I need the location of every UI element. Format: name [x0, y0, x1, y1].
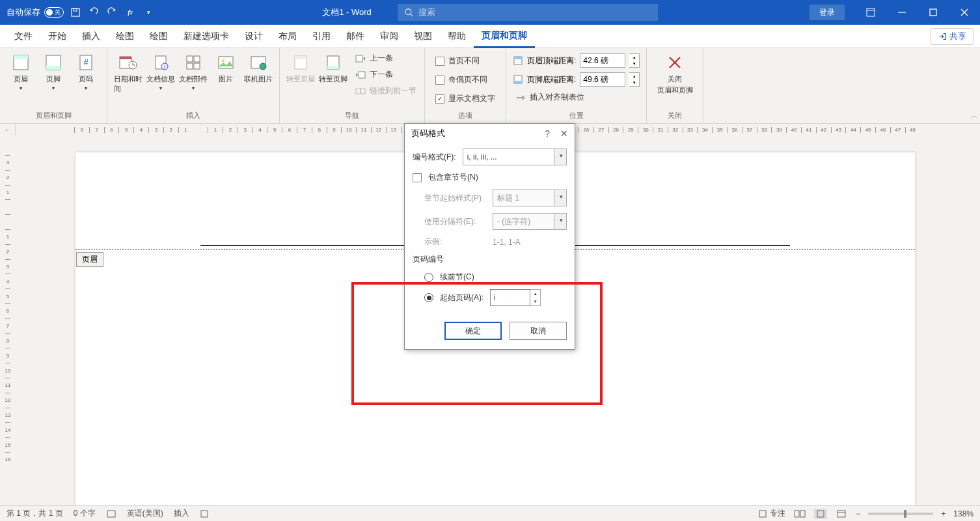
include-chapter-checkbox[interactable]: 包含章节号(N)	[413, 172, 567, 183]
tab-draw2[interactable]: 绘图	[142, 25, 176, 48]
header-top-icon	[513, 55, 523, 66]
spinner[interactable]: ▲▼	[530, 289, 541, 306]
svg-rect-51	[800, 511, 805, 517]
tab-mail[interactable]: 邮件	[338, 25, 372, 48]
doc-parts-button[interactable]: 文档部件▾	[178, 51, 209, 92]
help-icon[interactable]: ?	[545, 128, 550, 139]
tab-view[interactable]: 视图	[406, 25, 440, 48]
start-at-radio[interactable]: 起始页码(A): ▲▼	[413, 289, 567, 306]
header-top-input[interactable]	[580, 53, 625, 68]
svg-text:i: i	[164, 64, 165, 70]
spinner[interactable]: ▲▼	[629, 53, 640, 68]
svg-rect-48	[201, 511, 208, 517]
start-at-input[interactable]	[490, 289, 530, 306]
tab-design[interactable]: 设计	[237, 25, 271, 48]
web-layout-icon[interactable]	[835, 509, 848, 519]
next-button[interactable]: 下一条	[353, 67, 419, 82]
footer-bottom-input[interactable]	[580, 72, 625, 87]
doc-info-button[interactable]: i文档信息▾	[145, 51, 176, 92]
tab-help[interactable]: 帮助	[440, 25, 474, 48]
tab-insert[interactable]: 插入	[74, 25, 108, 48]
show-doc-text-checkbox[interactable]: ✓显示文档文字	[433, 91, 498, 106]
ok-button[interactable]: 确定	[444, 322, 502, 340]
tab-file[interactable]: 文件	[7, 25, 40, 48]
previous-button[interactable]: 上一条	[353, 51, 419, 66]
online-picture-button[interactable]: 联机图片	[243, 51, 274, 85]
qat-more-icon[interactable]: ▾	[142, 6, 155, 19]
undo-icon[interactable]	[87, 6, 100, 19]
dialog-close-icon[interactable]: ✕	[560, 128, 568, 139]
login-button[interactable]: 登录	[810, 5, 845, 20]
dialog-titlebar[interactable]: 页码格式 ? ✕	[405, 124, 575, 143]
close-header-footer-button[interactable]: 关闭页眉和页脚	[652, 51, 698, 96]
svg-rect-17	[120, 57, 131, 59]
fx-icon[interactable]: fx	[124, 6, 137, 19]
autosave-toggle[interactable]: 自动保存 关	[7, 7, 64, 18]
zoom-level[interactable]: 138%	[953, 509, 973, 518]
ruler-corner: ⌐	[0, 124, 16, 135]
maximize-icon[interactable]	[918, 0, 949, 25]
svg-rect-38	[356, 89, 361, 94]
tab-icon	[515, 93, 526, 102]
spinner[interactable]: ▲▼	[629, 72, 640, 87]
example-label: 示例:	[424, 236, 486, 247]
tab-newtab[interactable]: 新建选项卡	[176, 25, 237, 48]
svg-rect-11	[14, 55, 28, 59]
minimize-icon[interactable]	[886, 0, 918, 25]
svg-rect-25	[194, 56, 200, 62]
tab-layout[interactable]: 布局	[271, 25, 305, 48]
insert-align-tab-button[interactable]: 插入对齐制表位	[513, 90, 640, 105]
footer-bottom-icon	[513, 74, 523, 85]
vertical-ruler[interactable]: 32112345678910111213141516	[0, 135, 16, 505]
page-number-section-label: 页码编号	[413, 254, 567, 265]
svg-point-29	[222, 59, 225, 62]
word-count[interactable]: 0 个字	[74, 508, 96, 519]
svg-rect-35	[327, 66, 339, 69]
chapter-style-select: 标题 1	[493, 190, 567, 206]
spell-check-icon[interactable]	[106, 509, 116, 518]
group-label: 插入	[113, 109, 274, 122]
svg-rect-36	[356, 55, 362, 62]
datetime-button[interactable]: 日期和时间	[113, 51, 144, 95]
page-number-button[interactable]: #页码▾	[70, 51, 102, 92]
read-mode-icon[interactable]	[793, 509, 806, 519]
svg-line-3	[410, 14, 413, 17]
separator-label: 使用分隔符(E):	[424, 216, 486, 227]
collapse-ribbon-icon[interactable]: ︿	[971, 111, 977, 120]
zoom-out-button[interactable]: −	[856, 509, 860, 518]
continue-radio[interactable]: 续前节(C)	[413, 272, 567, 283]
share-button[interactable]: 共享	[931, 28, 973, 45]
search-input[interactable]: 搜索	[398, 4, 658, 21]
ribbon-tabs: 文件 开始 插入 绘图 绘图 新建选项卡 设计 布局 引用 邮件 审阅 视图 帮…	[0, 25, 980, 48]
redo-icon[interactable]	[105, 6, 118, 19]
odd-even-diff-checkbox[interactable]: 奇偶页不同	[433, 72, 498, 87]
svg-rect-49	[759, 511, 766, 517]
cancel-button[interactable]: 取消	[510, 322, 567, 340]
tab-reference[interactable]: 引用	[305, 25, 338, 48]
tab-review[interactable]: 审阅	[372, 25, 406, 48]
svg-rect-47	[107, 511, 115, 517]
number-format-select[interactable]: i, ii, iii, ...	[463, 148, 567, 165]
picture-button[interactable]: 图片	[210, 51, 241, 85]
ribbon-options-icon[interactable]	[855, 0, 886, 25]
macro-icon[interactable]	[200, 509, 209, 518]
language-status[interactable]: 英语(美国)	[127, 508, 163, 519]
tab-draw[interactable]: 绘图	[108, 25, 142, 48]
print-layout-icon[interactable]	[814, 509, 827, 519]
zoom-slider[interactable]	[868, 513, 933, 515]
save-icon[interactable]	[69, 6, 82, 19]
group-label: 位置	[511, 109, 641, 122]
svg-rect-43	[514, 81, 522, 83]
goto-footer-button[interactable]: 转至页脚	[318, 51, 349, 85]
tab-home[interactable]: 开始	[40, 25, 74, 48]
svg-rect-33	[295, 56, 306, 59]
first-page-diff-checkbox[interactable]: 首页不同	[433, 53, 498, 68]
zoom-in-button[interactable]: +	[941, 509, 946, 518]
header-button[interactable]: 页眉▾	[5, 51, 36, 92]
close-icon[interactable]	[949, 0, 980, 25]
page-status[interactable]: 第 1 页，共 1 页	[7, 508, 63, 519]
focus-mode-button[interactable]: 专注	[758, 508, 785, 519]
tab-header-footer[interactable]: 页眉和页脚	[474, 25, 535, 48]
insert-mode[interactable]: 插入	[174, 508, 189, 519]
footer-button[interactable]: 页脚▾	[38, 51, 69, 92]
